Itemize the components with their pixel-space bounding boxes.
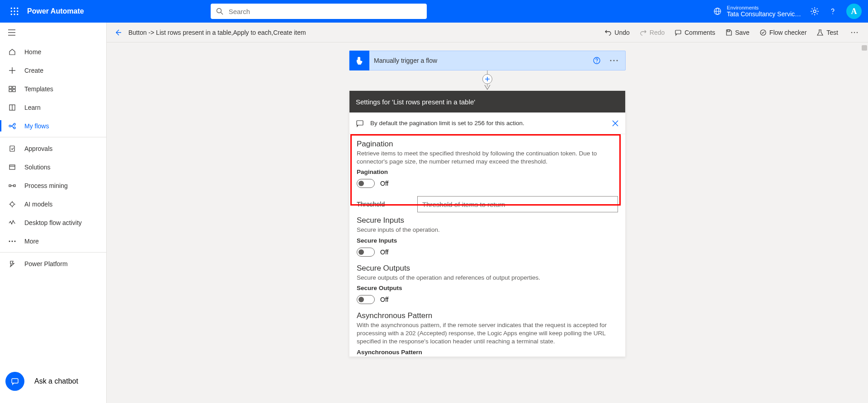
- nav-label: Desktop flow activity: [24, 219, 82, 226]
- banner-close-button[interactable]: [612, 120, 619, 127]
- flow-canvas[interactable]: Manually trigger a flow: [107, 42, 868, 403]
- save-button[interactable]: Save: [725, 29, 750, 36]
- settings-button[interactable]: [810, 7, 819, 16]
- gear-icon: [810, 7, 819, 16]
- environment-picker[interactable]: Environments Tata Consultancy Servic…: [713, 5, 801, 18]
- home-icon: [8, 48, 16, 56]
- solutions-icon: [8, 163, 16, 171]
- app-launcher-button[interactable]: [4, 7, 25, 15]
- svg-point-7: [14, 14, 15, 15]
- nav-more[interactable]: More: [0, 232, 106, 250]
- add-step-button[interactable]: [482, 74, 492, 84]
- ellipsis-icon: [610, 60, 618, 61]
- search-box[interactable]: [211, 4, 427, 19]
- section-description: Secure outputs of the operation and refe…: [357, 274, 618, 282]
- flow-checker-button[interactable]: Flow checker: [760, 29, 807, 36]
- comments-button[interactable]: Comments: [675, 29, 715, 36]
- nav-desktop-activity[interactable]: Desktop flow activity: [0, 213, 106, 232]
- section-description: Retrieve items to meet the specified thr…: [357, 150, 618, 166]
- nav-label: Solutions: [24, 164, 51, 171]
- info-banner: By default the pagination limit is set t…: [349, 112, 625, 134]
- nav-ai-models[interactable]: AI models: [0, 195, 106, 213]
- back-button[interactable]: [114, 28, 122, 37]
- toggle-state: Off: [380, 296, 388, 303]
- process-icon: [8, 182, 16, 190]
- svg-point-29: [14, 127, 15, 129]
- svg-point-3: [11, 10, 12, 12]
- toggle-state: Off: [380, 248, 388, 256]
- section-sublabel: Pagination: [357, 169, 618, 175]
- touch-icon: [354, 56, 364, 66]
- svg-point-39: [14, 240, 16, 242]
- threshold-input[interactable]: [417, 196, 618, 212]
- trigger-title: Manually trigger a flow: [369, 57, 593, 64]
- power-platform-icon: [8, 260, 16, 268]
- action-settings-panel: Settings for 'List rows present in a tab…: [349, 90, 626, 357]
- svg-point-37: [9, 240, 10, 242]
- svg-point-4: [14, 10, 15, 12]
- nav-solutions[interactable]: Solutions: [0, 158, 106, 176]
- svg-point-51: [617, 60, 618, 61]
- nav-label: Templates: [24, 85, 53, 93]
- toggle-state: Off: [380, 180, 388, 187]
- nav-my-flows[interactable]: My flows: [0, 117, 106, 135]
- nav-learn[interactable]: Learn: [0, 98, 106, 117]
- scroll-up-affordance[interactable]: [862, 45, 867, 51]
- nav-label: Home: [24, 48, 41, 56]
- secure-inputs-toggle[interactable]: [357, 248, 375, 257]
- svg-point-50: [613, 60, 615, 61]
- globe-icon: [713, 7, 722, 15]
- arrow-left-icon: [114, 28, 122, 37]
- test-button[interactable]: Test: [816, 29, 838, 36]
- nav-power-platform[interactable]: Power Platform: [0, 254, 106, 273]
- nav-templates[interactable]: Templates: [0, 80, 106, 98]
- section-title: Asynchronous Pattern: [357, 311, 618, 320]
- help-icon: [829, 7, 837, 15]
- nav-label: Approvals: [24, 145, 52, 152]
- section-title: Secure Inputs: [357, 216, 618, 225]
- svg-point-6: [11, 14, 12, 15]
- nav-label: Learn: [24, 104, 41, 111]
- undo-button[interactable]: Undo: [604, 29, 629, 36]
- svg-point-44: [851, 32, 853, 33]
- svg-point-28: [14, 123, 15, 125]
- help-circle-icon: [593, 56, 601, 65]
- secure-outputs-toggle[interactable]: [357, 295, 375, 304]
- canvas-scrollbar[interactable]: [861, 42, 868, 403]
- more-icon: [8, 237, 16, 245]
- section-description: Secure inputs of the operation.: [357, 226, 618, 234]
- chatbot-icon: [5, 372, 24, 391]
- svg-point-48: [596, 62, 597, 63]
- svg-point-43: [760, 30, 766, 35]
- pagination-toggle[interactable]: [357, 179, 375, 188]
- svg-point-49: [610, 60, 612, 61]
- redo-button: Redo: [640, 29, 665, 36]
- svg-rect-34: [14, 185, 15, 187]
- templates-icon: [8, 85, 16, 93]
- left-nav: Home Create Templates Learn My flows A: [0, 23, 107, 403]
- nav-process-mining[interactable]: Process mining: [0, 176, 106, 195]
- user-avatar[interactable]: A: [846, 4, 862, 19]
- trigger-menu-button[interactable]: [610, 60, 618, 61]
- nav-label: More: [24, 238, 39, 245]
- svg-rect-21: [9, 86, 12, 89]
- trigger-help-button[interactable]: [593, 56, 601, 65]
- close-icon: [612, 120, 619, 127]
- comment-icon: [675, 29, 682, 36]
- nav-home[interactable]: Home: [0, 42, 106, 61]
- nav-collapse-button[interactable]: [0, 23, 106, 42]
- main-area: Button -> List rows present in a table,A…: [107, 23, 868, 403]
- search-input[interactable]: [229, 8, 421, 15]
- trigger-card[interactable]: Manually trigger a flow: [349, 51, 626, 70]
- plus-icon: [8, 66, 16, 75]
- plus-icon: [485, 77, 490, 81]
- nav-create[interactable]: Create: [0, 61, 106, 80]
- more-commands-button[interactable]: [848, 32, 861, 33]
- activity-icon: [8, 219, 16, 227]
- chatbot-button[interactable]: Ask a chatbot: [0, 368, 106, 395]
- help-button[interactable]: [828, 7, 837, 16]
- secure-outputs-section: Secure Outputs Secure outputs of the ope…: [349, 258, 625, 306]
- threshold-label: Threshold: [357, 201, 414, 208]
- flask-icon: [816, 29, 824, 36]
- nav-approvals[interactable]: Approvals: [0, 139, 106, 158]
